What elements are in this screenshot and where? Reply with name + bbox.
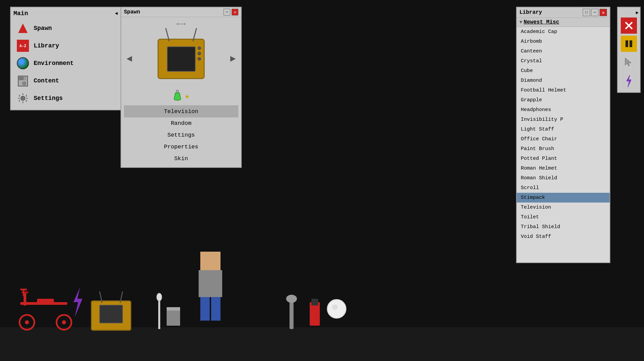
library-item-diamond[interactable]: Diamond <box>517 76 610 85</box>
sidebar-item-spawn[interactable]: Spawn <box>13 20 118 37</box>
library-item-grapple[interactable]: Grapple <box>517 95 610 105</box>
character-legs <box>199 297 222 321</box>
svg-point-4 <box>23 82 26 85</box>
sidebar-item-content[interactable]: Content <box>13 72 118 89</box>
ground-tv-screen <box>99 305 123 323</box>
settings-label: Settings <box>34 95 63 102</box>
misc-scene-items <box>148 292 189 334</box>
library-minimize-btn[interactable]: ─ <box>591 9 599 16</box>
tv-knob-2 <box>198 52 201 55</box>
spawn-menu-random[interactable]: Random <box>124 117 238 129</box>
library-item-scroll[interactable]: Scroll <box>517 183 610 193</box>
svg-rect-25 <box>37 299 54 303</box>
library-item-academic-cap[interactable]: Academic Cap <box>517 27 610 37</box>
library-item-cube[interactable]: Cube <box>517 66 610 76</box>
sidebar-item-library[interactable]: A-Z Library <box>13 37 118 55</box>
spawn-content: ←→ ◄ ► <box>121 17 241 167</box>
spawn-nav-arrows[interactable]: ←→ <box>177 20 185 28</box>
svg-rect-18 <box>22 291 28 293</box>
spawn-label: Spawn <box>34 25 52 32</box>
library-item-office-chair[interactable]: Office Chair <box>517 134 610 144</box>
svg-point-21 <box>25 320 29 324</box>
spawn-menu-object-name[interactable]: Television <box>124 106 238 117</box>
environment-icon <box>16 57 30 70</box>
library-subheader: ▼ Newest Misc <box>517 18 610 27</box>
library-item-void-staff[interactable]: Void Staff <box>517 232 610 242</box>
svg-rect-8 <box>176 90 178 93</box>
spawn-prev-btn[interactable]: ◄ <box>124 54 135 64</box>
sidebar-item-environment[interactable]: Environment <box>13 55 118 72</box>
library-item-airbomb[interactable]: Airbomb <box>517 37 610 46</box>
spawn-menu-skin[interactable]: Skin <box>124 153 238 165</box>
spawn-menu-properties[interactable]: Properties <box>124 141 238 153</box>
library-header-controls: □ ─ ✕ <box>583 9 607 16</box>
character-head <box>200 252 221 270</box>
library-item-toilet[interactable]: Toilet <box>517 212 610 222</box>
svg-point-31 <box>286 295 297 303</box>
library-item-roman-shield[interactable]: Roman Shield <box>517 173 610 183</box>
left-scene-items <box>13 282 81 334</box>
svg-point-7 <box>22 97 24 99</box>
library-item-invisibility-p[interactable]: Invisibility P <box>517 115 610 124</box>
toolbar-pause-btn[interactable] <box>621 36 637 52</box>
scene-character <box>199 252 222 321</box>
character-body <box>199 270 222 297</box>
library-item-roman-helmet[interactable]: Roman Helmet <box>517 164 610 173</box>
library-item-crystal[interactable]: Crystal <box>517 56 610 66</box>
content-icon <box>16 74 30 87</box>
svg-point-35 <box>332 304 338 310</box>
library-panel: Library □ ─ ✕ ▼ Newest Misc Academic Cap… <box>516 7 610 263</box>
spawn-close-btn[interactable]: ✕ <box>232 9 238 15</box>
spawn-preview: ◄ ► <box>124 31 238 87</box>
library-item-football-helmet[interactable]: Football Helmet <box>517 85 610 95</box>
spawn-titlebar: Spawn ─ ✕ <box>121 7 241 17</box>
sidebar-item-settings[interactable]: Settings <box>13 89 118 107</box>
toolbar-lightning-btn[interactable] <box>620 73 637 89</box>
library-item-light-staff[interactable]: Light Staff <box>517 124 610 134</box>
main-panel-title: Main ◄ <box>13 10 118 17</box>
svg-rect-24 <box>20 289 27 290</box>
spawn-menu: Television Random Settings Properties Sk… <box>124 105 238 165</box>
library-category[interactable]: Newest Misc <box>523 19 559 25</box>
library-title: Library <box>519 9 542 15</box>
svg-rect-30 <box>290 299 294 329</box>
library-window-icon-btn[interactable]: □ <box>583 9 590 16</box>
library-list[interactable]: Academic CapAirbombCanteenCrystalCubeDia… <box>517 27 610 262</box>
spawn-nav-top: ←→ <box>124 20 238 28</box>
tv-antenna-right <box>193 28 197 41</box>
toolbar-cursor-btn[interactable] <box>620 54 637 71</box>
tv-screen <box>167 46 196 72</box>
tv-knob-3 <box>198 57 201 61</box>
library-item-television[interactable]: Television <box>517 203 610 212</box>
library-item-potted-plant[interactable]: Potted Plant <box>517 154 610 164</box>
environment-label: Environment <box>34 60 74 67</box>
star-icon: ★ <box>185 91 190 101</box>
toolbar-collapse-btn[interactable]: ► <box>636 10 639 15</box>
library-label: Library <box>34 42 59 49</box>
main-panel-collapse[interactable]: ◄ <box>115 11 118 16</box>
main-title-label: Main <box>13 10 28 17</box>
toolbar-close-btn[interactable] <box>621 17 637 34</box>
spawn-icon <box>16 22 30 35</box>
svg-rect-32 <box>310 302 320 326</box>
content-label: Content <box>34 77 59 84</box>
svg-rect-28 <box>167 309 180 326</box>
ground-tv-body <box>91 300 131 331</box>
library-close-btn[interactable]: ✕ <box>600 9 607 16</box>
library-item-tribal-shield[interactable]: Tribal Shield <box>517 222 610 232</box>
settings-icon <box>16 92 30 105</box>
svg-marker-13 <box>625 58 631 66</box>
library-header: Library □ ─ ✕ <box>517 7 610 18</box>
spawn-tv-preview <box>151 34 211 84</box>
library-dropdown-arrow[interactable]: ▼ <box>519 20 522 25</box>
spawn-next-btn[interactable]: ► <box>227 54 238 64</box>
library-item-headphones[interactable]: Headphones <box>517 105 610 115</box>
library-item-stimpack[interactable]: Stimpack <box>517 193 610 203</box>
spawn-minimize-btn[interactable]: ─ <box>224 9 230 15</box>
tv-body <box>158 39 205 79</box>
spawn-menu-settings[interactable]: Settings <box>124 129 238 141</box>
right-scene-items <box>283 292 350 334</box>
library-item-canteen[interactable]: Canteen <box>517 46 610 56</box>
tv-antenna-left <box>165 28 170 41</box>
library-item-paint-brush[interactable]: Paint Brush <box>517 144 610 154</box>
